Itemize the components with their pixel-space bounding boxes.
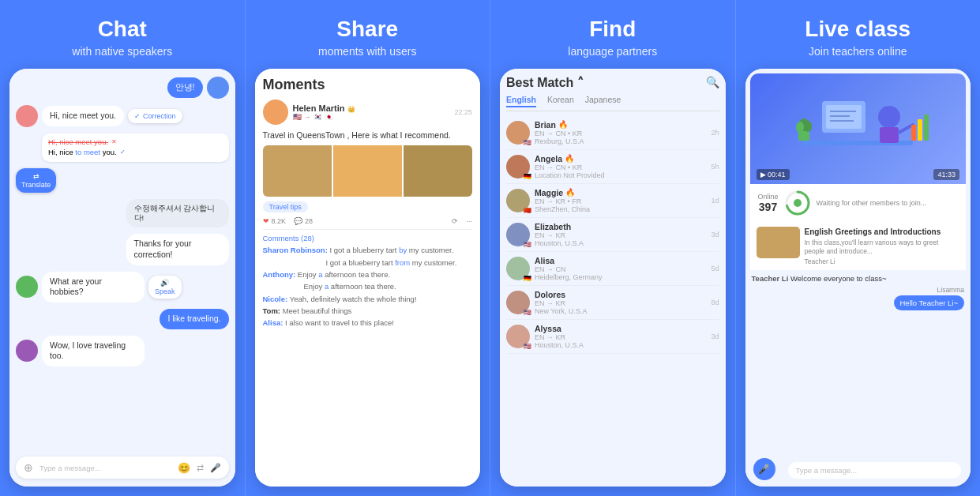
translate-badge[interactable]: ⇄ Translate: [16, 168, 56, 193]
loc-alisa: Heidelberg, Germany: [535, 273, 706, 281]
online-label: Online: [758, 193, 779, 201]
live-subtitle: Join teachers online: [809, 45, 907, 58]
post-time: 22:25: [454, 108, 472, 116]
time-angela: 5h: [711, 163, 719, 171]
info-elizabeth: Elizabeth EN → KR Houston, U.S.A: [535, 222, 706, 247]
user-angela[interactable]: 🇩🇪 Angela 🔥 EN → CN • KR Location Not Pr…: [506, 150, 719, 184]
avatar-maggie: 🇨🇳: [506, 189, 530, 212]
lang-tabs: English Korean Japanese: [506, 95, 719, 111]
loc-angela: Location Not Provided: [535, 171, 706, 179]
comment-icon: 💬: [294, 217, 302, 225]
svg-point-18: [794, 199, 802, 207]
emoji-icon[interactable]: 😊: [178, 462, 190, 474]
live-input-placeholder[interactable]: Type a message...: [796, 466, 858, 475]
avatar-elizabeth: 🇺🇸: [506, 223, 530, 246]
speak-icon: 🔊: [160, 279, 169, 287]
live-panel: Live class Join teachers online: [735, 0, 981, 496]
user-brian[interactable]: 🇺🇸 Brian 🔥 EN → CN • KR Rexburg, U.S.A 2…: [506, 116, 719, 150]
time-elizabeth: 3d: [711, 231, 719, 239]
loc-brian: Rexburg, U.S.A: [535, 137, 706, 145]
chat-row-translate: ⇄ Translate: [16, 168, 229, 193]
input-placeholder[interactable]: Type a message...: [39, 464, 171, 472]
class-teacher: Teacher Li: [805, 257, 960, 265]
translate-input-icon[interactable]: ⇄: [197, 463, 204, 473]
tab-korean[interactable]: Korean: [547, 95, 574, 107]
mic-button[interactable]: 🎤: [753, 458, 775, 480]
chat-bubble-korean-thanks: 수정해주셔서 감사합니다!: [126, 199, 229, 228]
post-img-2: [333, 145, 402, 197]
author-sharon: Sharon Robinson:: [263, 246, 330, 254]
comment-tom: Tom: Meet beautiful things: [263, 306, 473, 316]
comments-stat: 💬 28: [294, 217, 313, 225]
comment-nicole: Nicole: Yeah, definitely watch the whole…: [263, 294, 473, 304]
teacher-name: Teacher Li: [752, 274, 790, 283]
likes-count: 8.2K: [272, 217, 287, 225]
time-alyssa: 3d: [711, 333, 719, 340]
chat-row-2: Hi, nice meet you. ✓ Correction: [16, 105, 229, 127]
online-count: 397: [759, 201, 777, 213]
search-icon[interactable]: 🔍: [706, 76, 719, 88]
add-icon[interactable]: ⊕: [24, 461, 33, 474]
tab-english[interactable]: English: [506, 95, 536, 107]
tab-japanese[interactable]: Japanese: [585, 95, 621, 107]
name-dolores: Dolores: [535, 290, 706, 299]
svg-rect-5: [826, 105, 862, 129]
class-title: English Greetings and Introductions: [805, 227, 960, 237]
share-icon[interactable]: ⟳: [452, 217, 458, 225]
self-msg-bubble: Hello Teacher Li~: [894, 295, 965, 310]
info-maggie: Maggie 🔥 EN → KR • FR ShenZhen, China: [535, 188, 706, 213]
comments-label: Comments (28): [263, 234, 473, 242]
anthony-line2: Enjoy a afternoon tea there.: [263, 282, 396, 291]
chat-panel: Chat with native speakers 안녕! Hi, nice m…: [0, 0, 245, 496]
live-phone: ▶ 00:41 41:33 Online 397 Waiting for oth…: [745, 69, 971, 487]
chat-avatar-4: [16, 340, 38, 362]
user-maggie[interactable]: 🇨🇳 Maggie 🔥 EN → KR • FR ShenZhen, China…: [506, 184, 719, 218]
post-text: Travel in QueensTown , Here is what I re…: [263, 130, 473, 141]
crown-icon: 👑: [347, 106, 355, 113]
chat-subtitle: with native speakers: [72, 45, 172, 58]
chat-row-traveling: I like traveling.: [16, 309, 229, 329]
comments-count: 28: [305, 217, 313, 225]
play-button[interactable]: ▶ 00:41: [757, 169, 790, 180]
langs-dolores: EN → KR: [535, 299, 706, 307]
post-flags: 🇺🇸 → 🇰🇷 🇯🇵: [293, 113, 355, 121]
mic-input-icon[interactable]: 🎤: [210, 463, 221, 473]
name-elizabeth: Elizabeth: [535, 222, 706, 231]
post-images: [263, 145, 473, 197]
find-phone: Best Match ˄ 🔍 English Korean Japanese 🇺…: [500, 69, 726, 487]
chat-row-thanks-en: Thanks for your correction!: [16, 234, 229, 265]
sharon-line2: I got a blueberry tart from my customer.: [263, 258, 457, 267]
info-angela: Angela 🔥 EN → CN • KR Location Not Provi…: [535, 154, 706, 179]
likes-stat: ❤ 8.2K: [263, 217, 287, 225]
user-dolores[interactable]: 🇺🇸 Dolores EN → KR New York, U.S.A 8d: [506, 286, 719, 320]
find-screen: Best Match ˄ 🔍 English Korean Japanese 🇺…: [500, 69, 726, 487]
user-alyssa[interactable]: 🇺🇸 Alyssa EN → KR Houston, U.S.A 3d: [506, 320, 719, 354]
travel-tag-text: Travel tips: [263, 201, 308, 212]
info-alyssa: Alyssa EN → KR Houston, U.S.A: [535, 324, 706, 349]
svg-point-1: [878, 106, 900, 128]
author-nicole: Nicole:: [263, 295, 290, 303]
user-alisa[interactable]: 🇩🇪 Alisa EN → CN Heidelberg, Germany 5d: [506, 252, 719, 286]
nicole-text: Yeah, definitely watch the whole thing!: [290, 295, 417, 303]
name-alyssa: Alyssa: [535, 324, 706, 333]
more-icon[interactable]: ···: [466, 217, 472, 225]
svg-rect-15: [924, 115, 929, 141]
correction-block: Hi, nice meet you. ✕ Hi, nice to meet yo…: [42, 133, 229, 162]
class-thumbnail: [757, 227, 800, 258]
speak-label: Speak: [155, 287, 175, 295]
loc-alyssa: Houston, U.S.A: [535, 341, 706, 349]
author-anthony: Anthony:: [263, 270, 298, 279]
teacher-msg: Welcome everyone to class~: [790, 274, 887, 283]
waiting-text: Waiting for other members to join...: [817, 199, 958, 207]
chat-title: Chat: [98, 17, 147, 42]
user-elizabeth[interactable]: 🇺🇸 Elizabeth EN → KR Houston, U.S.A 3d: [506, 218, 719, 252]
live-title: Live class: [805, 17, 911, 42]
travel-tag[interactable]: Travel tips: [263, 201, 473, 217]
share-panel: Share moments with users Moments Helen M…: [245, 0, 490, 496]
post-stats: ❤ 8.2K 💬 28 ⟳ ···: [263, 217, 473, 230]
chat-bubble-korean: 안녕!: [167, 77, 203, 98]
speak-badge[interactable]: 🔊 Speak: [148, 276, 182, 299]
langs-maggie: EN → KR • FR: [535, 197, 706, 205]
chat-bubble-hobbies: What are your hobbies?: [42, 272, 145, 302]
x-icon: ✕: [111, 138, 117, 145]
